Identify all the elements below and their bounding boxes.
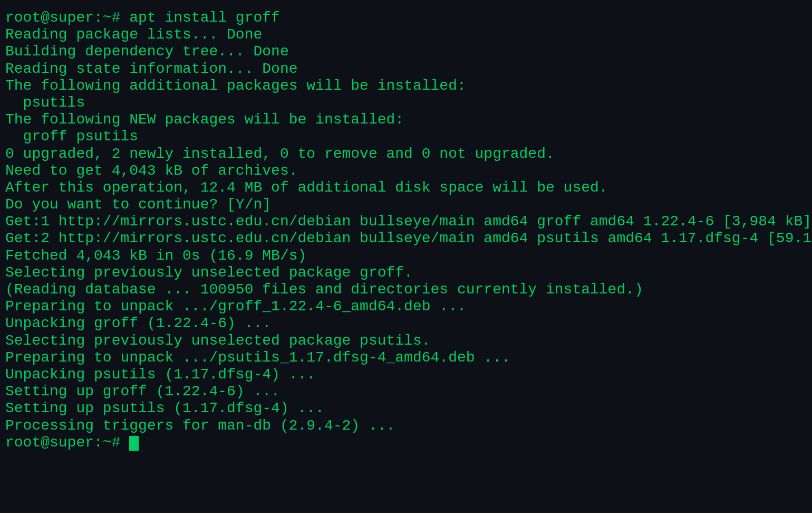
terminal-line: Selecting previously unselected package … [5, 332, 807, 349]
terminal-line: Do you want to continue? [Y/n] [5, 196, 807, 213]
terminal-line: Get:2 http://mirrors.ustc.edu.cn/debian … [5, 230, 807, 247]
terminal-line: Reading package lists... Done [5, 26, 807, 43]
terminal-line: Unpacking psutils (1.17.dfsg-4) ... [5, 366, 807, 383]
terminal-line: Setting up psutils (1.17.dfsg-4) ... [5, 400, 807, 417]
terminal-line: The following additional packages will b… [5, 78, 807, 94]
terminal-line: groff psutils [5, 128, 807, 145]
terminal-line: Preparing to unpack .../psutils_1.17.dfs… [5, 349, 807, 366]
terminal-line: Preparing to unpack .../groff_1.22.4-6_a… [5, 298, 807, 315]
terminal-line: Selecting previously unselected package … [5, 264, 807, 281]
terminal-line: root@super:~# [5, 434, 807, 451]
terminal-line: Need to get 4,043 kB of archives. [5, 163, 807, 179]
terminal-line: psutils [5, 94, 807, 111]
terminal-line: Unpacking groff (1.22.4-6) ... [5, 315, 807, 332]
terminal-line: Fetched 4,043 kB in 0s (16.9 MB/s) [5, 248, 807, 264]
terminal-line: The following NEW packages will be insta… [5, 111, 807, 128]
terminal-line: Reading state information... Done [5, 61, 807, 78]
terminal-line: 0 upgraded, 2 newly installed, 0 to remo… [5, 146, 807, 163]
terminal: root@super:~# apt install groffReading p… [5, 10, 807, 508]
terminal-line: (Reading database ... 100950 files and d… [5, 281, 807, 298]
terminal-cursor [129, 436, 139, 451]
terminal-line: root@super:~# apt install groff [5, 10, 807, 26]
terminal-line: Processing triggers for man-db (2.9.4-2)… [5, 417, 807, 434]
terminal-line: Setting up groff (1.22.4-6) ... [5, 383, 807, 400]
terminal-line: Building dependency tree... Done [5, 43, 807, 60]
terminal-line: After this operation, 12.4 MB of additio… [5, 179, 807, 196]
terminal-line: Get:1 http://mirrors.ustc.edu.cn/debian … [5, 213, 807, 230]
